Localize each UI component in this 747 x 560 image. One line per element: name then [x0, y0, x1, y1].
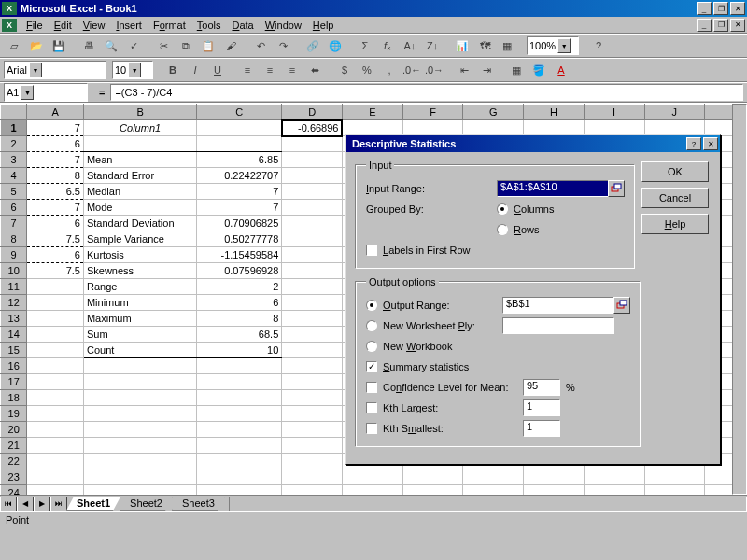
cell-C10[interactable]: 0.07596928: [197, 263, 282, 279]
cell-B15[interactable]: Count: [83, 343, 196, 358]
cut-icon[interactable]: ✂: [153, 35, 174, 56]
comma-icon[interactable]: ,: [379, 60, 400, 80]
decrease-decimal-icon[interactable]: .0→: [424, 60, 444, 80]
column-header-F[interactable]: F: [402, 105, 463, 120]
paste-icon[interactable]: 📋: [198, 35, 218, 56]
cell-A9[interactable]: 6: [27, 247, 84, 263]
cell-D1[interactable]: -0.66896: [282, 120, 343, 136]
cell-C18[interactable]: [197, 390, 282, 406]
formula-input[interactable]: =(C3 - 7)/C4: [110, 84, 743, 101]
cell-D12[interactable]: [282, 295, 343, 311]
chevron-down-icon[interactable]: ▼: [29, 63, 42, 77]
cell-D16[interactable]: [282, 358, 343, 374]
row-header-4[interactable]: 4: [1, 168, 27, 184]
row-header-17[interactable]: 17: [1, 374, 27, 390]
cell-E23[interactable]: [342, 469, 402, 485]
cell-I1[interactable]: [584, 120, 644, 136]
row-header-21[interactable]: 21: [1, 438, 27, 454]
underline-icon[interactable]: U: [207, 60, 228, 80]
cell-D23[interactable]: [282, 469, 343, 485]
cell-D21[interactable]: [282, 438, 343, 454]
cell-A18[interactable]: [27, 390, 84, 406]
cell-D14[interactable]: [282, 327, 343, 343]
labels-first-row-checkbox[interactable]: [366, 245, 377, 256]
cell-B23[interactable]: [83, 469, 196, 485]
cell-C2[interactable]: [197, 136, 282, 152]
cell-D19[interactable]: [282, 406, 343, 422]
align-center-icon[interactable]: ≡: [260, 60, 280, 80]
menu-data[interactable]: Data: [226, 19, 259, 32]
cell-A10[interactable]: 7.5: [27, 263, 84, 279]
cell-A19[interactable]: [27, 406, 84, 422]
cell-A1[interactable]: 7: [27, 120, 84, 136]
menu-format[interactable]: Format: [148, 19, 191, 32]
output-range-ref-icon[interactable]: [613, 297, 630, 314]
row-header-10[interactable]: 10: [1, 263, 27, 279]
bold-icon[interactable]: B: [162, 60, 183, 80]
menu-edit[interactable]: Edit: [49, 19, 78, 32]
cell-C8[interactable]: 0.50277778: [197, 231, 282, 247]
cell-C1[interactable]: [197, 120, 282, 136]
column-header-G[interactable]: G: [463, 105, 524, 120]
horizontal-scrollbar[interactable]: [229, 497, 747, 511]
column-header-E[interactable]: E: [342, 105, 402, 120]
cell-J1[interactable]: [644, 120, 705, 136]
save-icon[interactable]: 💾: [49, 35, 69, 56]
cell-D5[interactable]: [282, 184, 343, 200]
cell-D18[interactable]: [282, 390, 343, 406]
cell-B17[interactable]: [83, 374, 196, 390]
kth-smallest-checkbox[interactable]: [366, 423, 377, 434]
cell-H1[interactable]: [524, 120, 585, 136]
kth-largest-field[interactable]: 1: [523, 399, 560, 416]
cell-C11[interactable]: 2: [197, 279, 282, 295]
tab-sheet2[interactable]: Sheet2: [120, 497, 173, 511]
cell-C21[interactable]: [197, 438, 282, 454]
rows-radio[interactable]: [497, 224, 508, 235]
cell-A14[interactable]: [27, 327, 84, 343]
office-assistant-icon[interactable]: ?: [588, 35, 609, 56]
cell-B3[interactable]: Mean: [83, 152, 196, 168]
doc-restore-button[interactable]: ❐: [713, 19, 728, 32]
row-header-20[interactable]: 20: [1, 422, 27, 438]
cell-C20[interactable]: [197, 422, 282, 438]
cell-D13[interactable]: [282, 311, 343, 327]
cell-A12[interactable]: [27, 295, 84, 311]
cell-B10[interactable]: Skewness: [83, 263, 196, 279]
confidence-level-field[interactable]: 95: [523, 379, 560, 396]
sort-asc-icon[interactable]: A↓: [400, 35, 420, 56]
row-header-8[interactable]: 8: [1, 231, 27, 247]
cell-D4[interactable]: [282, 168, 343, 184]
cell-D2[interactable]: [282, 136, 343, 152]
dialog-help-button[interactable]: ?: [686, 137, 701, 150]
menu-file[interactable]: File: [21, 19, 49, 32]
cell-C3[interactable]: 6.85: [197, 152, 282, 168]
row-header-16[interactable]: 16: [1, 358, 27, 374]
cell-G1[interactable]: [463, 120, 524, 136]
cell-B5[interactable]: Median: [83, 184, 196, 200]
undo-icon[interactable]: ↶: [250, 35, 271, 56]
cell-B18[interactable]: [83, 390, 196, 406]
row-header-3[interactable]: 3: [1, 152, 27, 168]
cell-C22[interactable]: [197, 454, 282, 469]
column-header-D[interactable]: D: [282, 105, 343, 120]
kth-largest-checkbox[interactable]: [366, 402, 377, 413]
row-header-11[interactable]: 11: [1, 279, 27, 295]
cell-C7[interactable]: 0.70906825: [197, 216, 282, 231]
cell-A5[interactable]: 6.5: [27, 184, 84, 200]
cell-A3[interactable]: 7: [27, 152, 84, 168]
cell-D17[interactable]: [282, 374, 343, 390]
menu-view[interactable]: View: [78, 19, 111, 32]
new-worksheet-radio[interactable]: [366, 320, 377, 331]
cell-D20[interactable]: [282, 422, 343, 438]
row-header-9[interactable]: 9: [1, 247, 27, 263]
row-header-15[interactable]: 15: [1, 343, 27, 358]
help-button[interactable]: Help: [641, 214, 709, 234]
cell-B11[interactable]: Range: [83, 279, 196, 295]
cell-A16[interactable]: [27, 358, 84, 374]
cell-D9[interactable]: [282, 247, 343, 263]
cell-C16[interactable]: [197, 358, 282, 374]
open-icon[interactable]: 📂: [26, 35, 47, 56]
cell-A17[interactable]: [27, 374, 84, 390]
menu-tools[interactable]: Tools: [191, 19, 227, 32]
cell-C17[interactable]: [197, 374, 282, 390]
